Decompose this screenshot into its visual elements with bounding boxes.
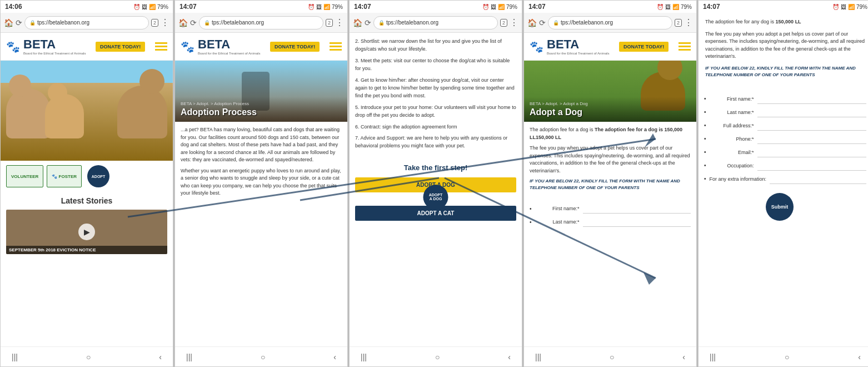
menu-dots-4[interactable]: ⋮ xyxy=(684,17,693,28)
donate-button-2[interactable]: DONATE TODAY! xyxy=(270,42,320,52)
tab-count-3[interactable]: 2 xyxy=(500,19,507,27)
url-bar-4[interactable]: 🔒 tps://betalebanon.org xyxy=(548,16,672,29)
input-email-5[interactable] xyxy=(757,147,866,157)
battery-icon-4: 79% xyxy=(681,4,692,10)
label-occupation-5: Occupation: xyxy=(710,163,754,168)
bullet-5a: • xyxy=(704,96,706,102)
url-bar-2[interactable]: 🔒 tps://betalebanon.org xyxy=(199,16,323,29)
beta-brand-2: BETA xyxy=(198,37,260,52)
nav-menu-2[interactable]: ||| xyxy=(186,353,192,361)
nav-home-1[interactable]: ○ xyxy=(86,353,91,361)
beta-subtitle-1: Board for the Ethical Treatment of Anima… xyxy=(23,52,86,56)
donate-button-1[interactable]: DONATE TODAY! xyxy=(96,42,145,52)
video-thumbnail-1[interactable]: ▶ SEPTEMBER 5th 2018 EVICTION NOTICE xyxy=(6,210,167,254)
hamburger-menu-2[interactable] xyxy=(330,42,342,51)
bottom-nav-4: ||| ○ ‹ xyxy=(524,346,696,366)
hero-overlay-4: BETA > Adopt. > Adopt a Dog Adopt a Dog xyxy=(524,97,696,122)
url-bar-1[interactable]: 🔒 tps://betalebanon.org xyxy=(24,16,149,29)
ham-line-4b xyxy=(679,46,691,47)
beta-logo-4: 🐾 BETA Board for the Ethical Treatment o… xyxy=(530,37,609,56)
nav-home-5[interactable]: ○ xyxy=(785,353,789,361)
back-nav-4[interactable]: 🏠 xyxy=(527,18,537,27)
alarm-icon-3: ⏰ xyxy=(482,4,489,10)
forward-nav-3[interactable]: ⟳ xyxy=(365,18,371,27)
volunteer-button-1[interactable]: VOLUNTEER xyxy=(6,165,43,187)
fee-section-4: The adoption fee for a dog is The adopti… xyxy=(524,122,696,199)
input-address-5[interactable] xyxy=(757,121,866,131)
lock-icon-2: 🔒 xyxy=(204,20,210,26)
field-address-5: • Full address:* xyxy=(704,121,866,131)
hamburger-menu-1[interactable] xyxy=(155,42,167,51)
hamburger-menu-4[interactable] xyxy=(679,42,691,51)
time-1: 14:06 xyxy=(5,3,22,11)
forward-nav-2[interactable]: ⟳ xyxy=(190,18,197,27)
nav-home-4[interactable]: ○ xyxy=(610,353,614,361)
notice-5: IF YOU ARE BELOW 22, KINDLY FILL THE FOR… xyxy=(705,65,865,78)
image-icon-5: 🖼 xyxy=(841,4,846,10)
donate-button-4[interactable]: DONATE TODAY! xyxy=(619,42,669,52)
back-nav-1[interactable]: 🏠 xyxy=(4,18,13,27)
hero-image-4: BETA > Adopt. > Adopt a Dog Adopt a Dog xyxy=(524,61,696,122)
bottom-nav-3: ||| ○ ‹ xyxy=(350,346,522,366)
play-button-1[interactable]: ▶ xyxy=(78,224,95,240)
fee-section-5: The adoption fee for any dog is 150,000 … xyxy=(699,13,868,90)
alarm-icon: ⏰ xyxy=(133,4,140,10)
tab-count-2[interactable]: 2 xyxy=(326,19,333,27)
back-nav-2[interactable]: 🏠 xyxy=(178,18,188,27)
nav-back-3[interactable]: ‹ xyxy=(508,353,511,361)
phone-1: 14:06 ⏰ 🖼 📶 79% 🏠 ⟳ 🔒 tps://betalebanon.… xyxy=(0,0,173,367)
cta-title-3: Take the first step! xyxy=(355,163,516,172)
adopt-circle-button-1[interactable]: ADOPT xyxy=(87,165,109,187)
input-firstname-4[interactable] xyxy=(583,204,691,214)
back-nav-3[interactable]: 🏠 xyxy=(353,18,362,27)
paw-icon-1: 🐾 xyxy=(6,40,20,53)
forward-nav-4[interactable]: ⟳ xyxy=(539,18,546,27)
nav-back-1[interactable]: ‹ xyxy=(159,353,162,361)
foster-button-1[interactable]: 🐾 FOSTER xyxy=(47,165,82,187)
input-lastname-4[interactable] xyxy=(583,217,691,227)
beta-brand-4: BETA xyxy=(547,37,609,52)
url-text-4: tps://betalebanon.org xyxy=(561,19,613,26)
forward-nav-1[interactable]: ⟳ xyxy=(16,18,22,27)
nav-menu-1[interactable]: ||| xyxy=(12,353,18,361)
tab-count-1[interactable]: 2 xyxy=(151,19,158,27)
nav-home-3[interactable]: ○ xyxy=(435,353,440,361)
bullet-5c: • xyxy=(704,122,706,128)
step-4: 4. Get to know him/her: after choosing y… xyxy=(355,76,516,100)
battery-icon-5: 79% xyxy=(856,4,867,10)
menu-dots-2[interactable]: ⋮ xyxy=(335,17,344,28)
nav-menu-5[interactable]: ||| xyxy=(710,353,716,361)
beta-brand-1: BETA xyxy=(23,37,86,52)
submit-button-5[interactable]: Submit xyxy=(766,193,794,221)
label-lastname-4: Last name:* xyxy=(535,219,580,225)
nav-back-4[interactable]: ‹ xyxy=(682,353,685,361)
input-extra-5[interactable] xyxy=(770,174,866,184)
input-lastname-5[interactable] xyxy=(757,107,866,117)
beta-logo-1: 🐾 BETA Board for the Ethical Treatment o… xyxy=(6,37,86,56)
bullet-4a: • xyxy=(530,206,532,212)
status-bar-3: 14:07 ⏰ 🖼 📶 79% xyxy=(350,1,522,13)
fee-desc-4: The fee you pay when you adopt a pet hel… xyxy=(530,145,691,175)
nav-menu-4[interactable]: ||| xyxy=(535,353,541,361)
input-phone-5[interactable] xyxy=(757,134,866,144)
paw-icon-4: 🐾 xyxy=(530,40,543,53)
bullet-5b: • xyxy=(704,109,706,115)
menu-dots-1[interactable]: ⋮ xyxy=(161,17,169,28)
notice-4: IF YOU ARE BELOW 22, KINDLY FILL THE FOR… xyxy=(530,178,691,191)
stories-section-1: Latest Stories ▶ SEPTEMBER 5th 2018 EVIC… xyxy=(1,192,173,259)
status-icons-4: ⏰ 🖼 📶 79% xyxy=(657,4,692,10)
tab-count-4[interactable]: 2 xyxy=(675,19,682,27)
menu-dots-3[interactable]: ⋮ xyxy=(510,17,518,28)
nav-back-2[interactable]: ‹ xyxy=(333,353,336,361)
wifi-icon-4: 📶 xyxy=(672,4,679,10)
nav-menu-3[interactable]: ||| xyxy=(361,353,367,361)
input-occupation-5[interactable] xyxy=(757,161,866,171)
field-firstname-5: • First name:* xyxy=(704,94,866,104)
nav-home-2[interactable]: ○ xyxy=(261,353,265,361)
url-bar-3[interactable]: 🔒 tps://betalebanon.org xyxy=(373,16,498,29)
nav-back-5[interactable]: ‹ xyxy=(858,353,861,361)
hero-title-4: Adopt a Dog xyxy=(530,107,691,117)
input-firstname-5[interactable] xyxy=(757,94,866,104)
battery-icon-3: 79% xyxy=(506,4,517,10)
step-5: 5. Introduce your pet to your home: Our … xyxy=(355,103,516,120)
